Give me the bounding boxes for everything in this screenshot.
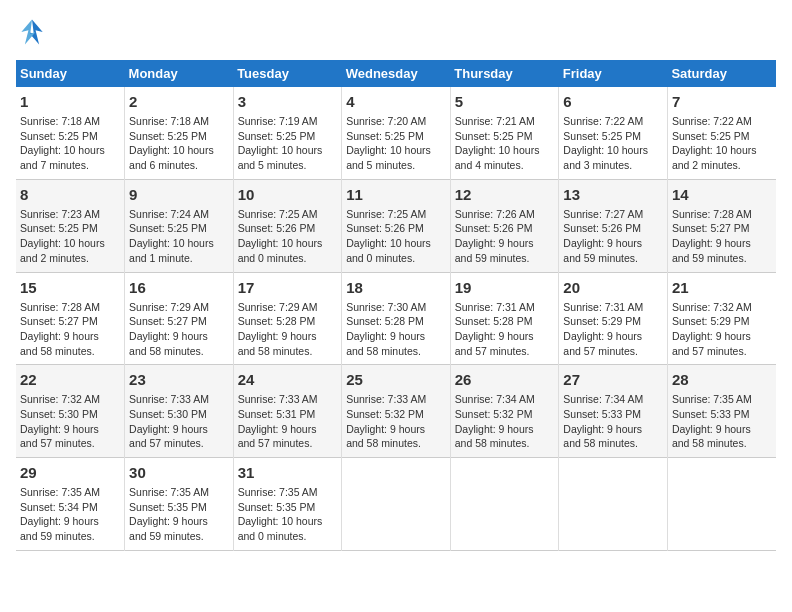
day-info: Sunrise: 7:21 AM Sunset: 5:25 PM Dayligh… bbox=[455, 114, 555, 173]
day-info: Sunrise: 7:26 AM Sunset: 5:26 PM Dayligh… bbox=[455, 207, 555, 266]
calendar-cell bbox=[342, 458, 451, 551]
column-header-sunday: Sunday bbox=[16, 60, 125, 87]
day-info: Sunrise: 7:22 AM Sunset: 5:25 PM Dayligh… bbox=[563, 114, 663, 173]
calendar-cell: 10Sunrise: 7:25 AM Sunset: 5:26 PM Dayli… bbox=[233, 179, 342, 272]
day-info: Sunrise: 7:33 AM Sunset: 5:32 PM Dayligh… bbox=[346, 392, 446, 451]
day-info: Sunrise: 7:34 AM Sunset: 5:32 PM Dayligh… bbox=[455, 392, 555, 451]
day-number: 21 bbox=[672, 277, 772, 298]
day-number: 6 bbox=[563, 91, 663, 112]
day-number: 5 bbox=[455, 91, 555, 112]
day-number: 11 bbox=[346, 184, 446, 205]
calendar-cell: 24Sunrise: 7:33 AM Sunset: 5:31 PM Dayli… bbox=[233, 365, 342, 458]
day-info: Sunrise: 7:35 AM Sunset: 5:34 PM Dayligh… bbox=[20, 485, 120, 544]
day-number: 27 bbox=[563, 369, 663, 390]
calendar-cell: 28Sunrise: 7:35 AM Sunset: 5:33 PM Dayli… bbox=[667, 365, 776, 458]
day-number: 23 bbox=[129, 369, 229, 390]
week-row-1: 1Sunrise: 7:18 AM Sunset: 5:25 PM Daylig… bbox=[16, 87, 776, 179]
calendar-cell: 17Sunrise: 7:29 AM Sunset: 5:28 PM Dayli… bbox=[233, 272, 342, 365]
day-info: Sunrise: 7:18 AM Sunset: 5:25 PM Dayligh… bbox=[129, 114, 229, 173]
day-number: 18 bbox=[346, 277, 446, 298]
calendar-cell: 22Sunrise: 7:32 AM Sunset: 5:30 PM Dayli… bbox=[16, 365, 125, 458]
day-number: 1 bbox=[20, 91, 120, 112]
day-number: 24 bbox=[238, 369, 338, 390]
week-row-5: 29Sunrise: 7:35 AM Sunset: 5:34 PM Dayli… bbox=[16, 458, 776, 551]
day-number: 25 bbox=[346, 369, 446, 390]
calendar-cell: 20Sunrise: 7:31 AM Sunset: 5:29 PM Dayli… bbox=[559, 272, 668, 365]
day-number: 4 bbox=[346, 91, 446, 112]
day-number: 10 bbox=[238, 184, 338, 205]
day-info: Sunrise: 7:28 AM Sunset: 5:27 PM Dayligh… bbox=[20, 300, 120, 359]
day-info: Sunrise: 7:34 AM Sunset: 5:33 PM Dayligh… bbox=[563, 392, 663, 451]
day-info: Sunrise: 7:28 AM Sunset: 5:27 PM Dayligh… bbox=[672, 207, 772, 266]
logo bbox=[16, 16, 52, 48]
day-number: 3 bbox=[238, 91, 338, 112]
day-number: 12 bbox=[455, 184, 555, 205]
calendar-header-row: SundayMondayTuesdayWednesdayThursdayFrid… bbox=[16, 60, 776, 87]
calendar-cell: 14Sunrise: 7:28 AM Sunset: 5:27 PM Dayli… bbox=[667, 179, 776, 272]
day-number: 7 bbox=[672, 91, 772, 112]
day-info: Sunrise: 7:31 AM Sunset: 5:29 PM Dayligh… bbox=[563, 300, 663, 359]
calendar-cell bbox=[450, 458, 559, 551]
calendar-cell: 4Sunrise: 7:20 AM Sunset: 5:25 PM Daylig… bbox=[342, 87, 451, 179]
calendar-cell: 19Sunrise: 7:31 AM Sunset: 5:28 PM Dayli… bbox=[450, 272, 559, 365]
day-number: 28 bbox=[672, 369, 772, 390]
column-header-tuesday: Tuesday bbox=[233, 60, 342, 87]
calendar-cell: 2Sunrise: 7:18 AM Sunset: 5:25 PM Daylig… bbox=[125, 87, 234, 179]
day-number: 15 bbox=[20, 277, 120, 298]
day-info: Sunrise: 7:30 AM Sunset: 5:28 PM Dayligh… bbox=[346, 300, 446, 359]
calendar-cell: 30Sunrise: 7:35 AM Sunset: 5:35 PM Dayli… bbox=[125, 458, 234, 551]
day-info: Sunrise: 7:23 AM Sunset: 5:25 PM Dayligh… bbox=[20, 207, 120, 266]
calendar-cell: 25Sunrise: 7:33 AM Sunset: 5:32 PM Dayli… bbox=[342, 365, 451, 458]
day-info: Sunrise: 7:33 AM Sunset: 5:30 PM Dayligh… bbox=[129, 392, 229, 451]
day-number: 9 bbox=[129, 184, 229, 205]
column-header-friday: Friday bbox=[559, 60, 668, 87]
day-number: 26 bbox=[455, 369, 555, 390]
day-number: 2 bbox=[129, 91, 229, 112]
calendar-cell: 21Sunrise: 7:32 AM Sunset: 5:29 PM Dayli… bbox=[667, 272, 776, 365]
calendar-cell: 13Sunrise: 7:27 AM Sunset: 5:26 PM Dayli… bbox=[559, 179, 668, 272]
calendar-cell: 8Sunrise: 7:23 AM Sunset: 5:25 PM Daylig… bbox=[16, 179, 125, 272]
week-row-2: 8Sunrise: 7:23 AM Sunset: 5:25 PM Daylig… bbox=[16, 179, 776, 272]
day-info: Sunrise: 7:35 AM Sunset: 5:35 PM Dayligh… bbox=[129, 485, 229, 544]
column-header-saturday: Saturday bbox=[667, 60, 776, 87]
day-info: Sunrise: 7:35 AM Sunset: 5:35 PM Dayligh… bbox=[238, 485, 338, 544]
week-row-3: 15Sunrise: 7:28 AM Sunset: 5:27 PM Dayli… bbox=[16, 272, 776, 365]
day-info: Sunrise: 7:33 AM Sunset: 5:31 PM Dayligh… bbox=[238, 392, 338, 451]
day-number: 17 bbox=[238, 277, 338, 298]
day-number: 29 bbox=[20, 462, 120, 483]
calendar-cell: 16Sunrise: 7:29 AM Sunset: 5:27 PM Dayli… bbox=[125, 272, 234, 365]
day-number: 16 bbox=[129, 277, 229, 298]
day-number: 20 bbox=[563, 277, 663, 298]
day-info: Sunrise: 7:24 AM Sunset: 5:25 PM Dayligh… bbox=[129, 207, 229, 266]
day-info: Sunrise: 7:20 AM Sunset: 5:25 PM Dayligh… bbox=[346, 114, 446, 173]
calendar-cell: 1Sunrise: 7:18 AM Sunset: 5:25 PM Daylig… bbox=[16, 87, 125, 179]
calendar-cell: 7Sunrise: 7:22 AM Sunset: 5:25 PM Daylig… bbox=[667, 87, 776, 179]
calendar-cell: 15Sunrise: 7:28 AM Sunset: 5:27 PM Dayli… bbox=[16, 272, 125, 365]
day-info: Sunrise: 7:32 AM Sunset: 5:29 PM Dayligh… bbox=[672, 300, 772, 359]
calendar-body: 1Sunrise: 7:18 AM Sunset: 5:25 PM Daylig… bbox=[16, 87, 776, 550]
day-info: Sunrise: 7:19 AM Sunset: 5:25 PM Dayligh… bbox=[238, 114, 338, 173]
calendar-cell: 9Sunrise: 7:24 AM Sunset: 5:25 PM Daylig… bbox=[125, 179, 234, 272]
column-header-monday: Monday bbox=[125, 60, 234, 87]
day-number: 31 bbox=[238, 462, 338, 483]
calendar-cell: 29Sunrise: 7:35 AM Sunset: 5:34 PM Dayli… bbox=[16, 458, 125, 551]
day-number: 22 bbox=[20, 369, 120, 390]
column-header-wednesday: Wednesday bbox=[342, 60, 451, 87]
day-number: 8 bbox=[20, 184, 120, 205]
header bbox=[16, 16, 776, 48]
calendar-cell: 3Sunrise: 7:19 AM Sunset: 5:25 PM Daylig… bbox=[233, 87, 342, 179]
calendar-cell: 5Sunrise: 7:21 AM Sunset: 5:25 PM Daylig… bbox=[450, 87, 559, 179]
column-header-thursday: Thursday bbox=[450, 60, 559, 87]
calendar-cell: 12Sunrise: 7:26 AM Sunset: 5:26 PM Dayli… bbox=[450, 179, 559, 272]
day-info: Sunrise: 7:35 AM Sunset: 5:33 PM Dayligh… bbox=[672, 392, 772, 451]
day-info: Sunrise: 7:22 AM Sunset: 5:25 PM Dayligh… bbox=[672, 114, 772, 173]
day-info: Sunrise: 7:29 AM Sunset: 5:28 PM Dayligh… bbox=[238, 300, 338, 359]
day-info: Sunrise: 7:25 AM Sunset: 5:26 PM Dayligh… bbox=[346, 207, 446, 266]
calendar-cell: 11Sunrise: 7:25 AM Sunset: 5:26 PM Dayli… bbox=[342, 179, 451, 272]
calendar-cell: 27Sunrise: 7:34 AM Sunset: 5:33 PM Dayli… bbox=[559, 365, 668, 458]
day-info: Sunrise: 7:29 AM Sunset: 5:27 PM Dayligh… bbox=[129, 300, 229, 359]
calendar-cell: 31Sunrise: 7:35 AM Sunset: 5:35 PM Dayli… bbox=[233, 458, 342, 551]
calendar-table: SundayMondayTuesdayWednesdayThursdayFrid… bbox=[16, 60, 776, 551]
calendar-cell: 26Sunrise: 7:34 AM Sunset: 5:32 PM Dayli… bbox=[450, 365, 559, 458]
calendar-cell: 23Sunrise: 7:33 AM Sunset: 5:30 PM Dayli… bbox=[125, 365, 234, 458]
